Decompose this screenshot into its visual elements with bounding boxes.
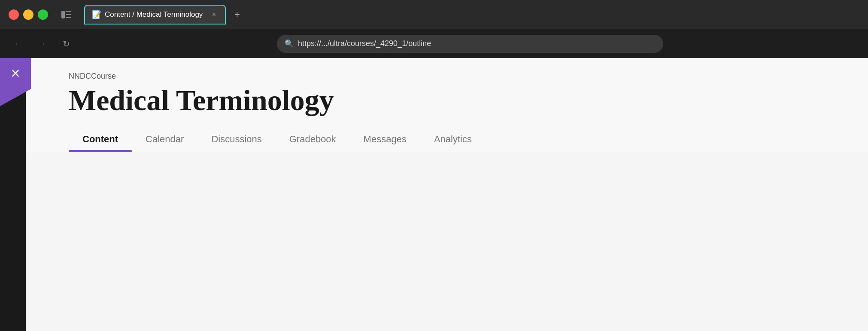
traffic-lights <box>9 9 48 20</box>
svg-rect-3 <box>66 17 71 18</box>
tab-content[interactable]: Content <box>69 127 132 152</box>
title-bar: 📝 Content / Medical Terminology × + <box>0 0 868 29</box>
browser-chrome: 📝 Content / Medical Terminology × + ← → … <box>0 0 868 58</box>
tab-discussions[interactable]: Discussions <box>197 127 275 152</box>
main-area: NNDCCourse Medical Terminology Content C… <box>26 58 868 331</box>
close-panel-button[interactable] <box>0 58 31 89</box>
tab-title: Content / Medical Terminology <box>105 10 203 19</box>
close-window-button[interactable] <box>9 9 19 20</box>
tab-analytics[interactable]: Analytics <box>420 127 486 152</box>
forward-button[interactable]: → <box>34 36 50 52</box>
tab-calendar[interactable]: Calendar <box>132 127 197 152</box>
minimize-window-button[interactable] <box>23 9 33 20</box>
sidebar-toggle-button[interactable] <box>58 7 74 22</box>
tab-close-button[interactable]: × <box>209 10 218 19</box>
reload-button[interactable]: ↻ <box>58 36 74 52</box>
svg-rect-0 <box>61 11 65 18</box>
new-tab-button[interactable]: + <box>229 7 245 22</box>
svg-rect-2 <box>66 14 71 15</box>
course-tabs: Content Calendar Discussions Gradebook M… <box>69 127 834 152</box>
back-button[interactable]: ← <box>10 36 26 52</box>
close-btn-decoration <box>0 89 31 106</box>
tab-messages[interactable]: Messages <box>350 127 420 152</box>
page-content: NNDCCourse Medical Terminology Content C… <box>0 58 868 331</box>
search-icon: 🔍 <box>285 39 294 48</box>
tab-gradebook[interactable]: Gradebook <box>276 127 350 152</box>
address-bar: ← → ↻ 🔍 https://.../ultra/courses/_4290_… <box>0 29 868 58</box>
tab-favicon: 📝 <box>92 10 101 19</box>
active-tab[interactable]: 📝 Content / Medical Terminology × <box>84 5 226 25</box>
url-bar[interactable]: 🔍 https://.../ultra/courses/_4290_1/outl… <box>277 35 663 53</box>
tab-bar: 📝 Content / Medical Terminology × + <box>84 5 859 25</box>
maximize-window-button[interactable] <box>38 9 48 20</box>
course-header: NNDCCourse Medical Terminology Content C… <box>26 58 868 152</box>
course-name: NNDCCourse <box>69 72 834 81</box>
course-title: Medical Terminology <box>69 84 834 116</box>
url-text: https://.../ultra/courses/_4290_1/outlin… <box>298 39 431 48</box>
svg-rect-1 <box>66 11 71 12</box>
